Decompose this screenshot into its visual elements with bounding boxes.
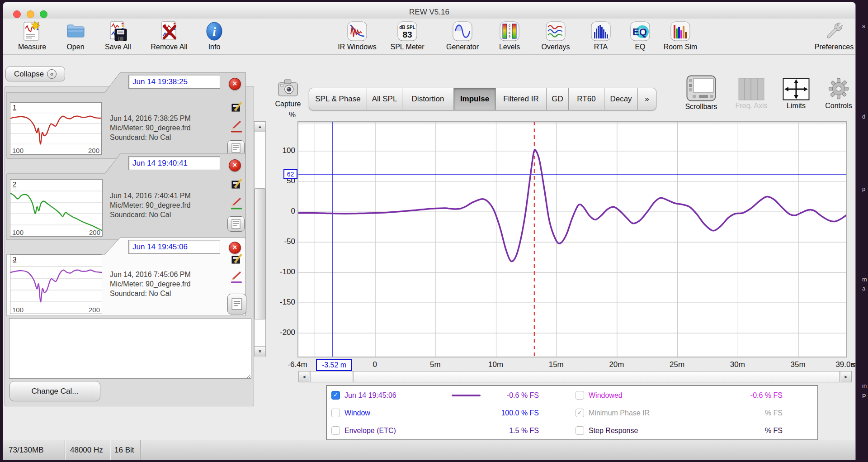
scroll-down-button[interactable]: ▼ <box>255 346 265 357</box>
memory-status: 73/130MB <box>9 440 44 460</box>
x-tick-label: 5m <box>415 360 456 369</box>
remove-all-button[interactable]: Remove All <box>147 20 191 53</box>
measurement-thumbnail[interactable]: 2 100 200 <box>10 179 103 237</box>
measurement-thumbnail[interactable]: 1 100 200 <box>10 102 102 155</box>
scrollbars-button[interactable]: Scrollbars <box>681 75 722 111</box>
svg-text:0: 0 <box>509 24 510 27</box>
windowed-checkbox[interactable]: ✓ <box>576 391 584 400</box>
status-bar: 73/130MB 48000 Hz 16 Bit <box>3 440 855 460</box>
measurement-name-input[interactable] <box>128 75 220 89</box>
measurement-notes-button[interactable] <box>227 294 246 314</box>
desktop-label-fragment: in <box>862 382 867 389</box>
notes-icon <box>231 298 242 310</box>
save-measurement-icon[interactable] <box>231 177 243 189</box>
preferences-button[interactable]: Preferences <box>812 20 856 53</box>
tab-all-spl[interactable]: All SPL <box>367 88 402 110</box>
tab-label: SPL & Phase <box>315 95 361 104</box>
delete-measurement-button[interactable]: × <box>229 159 241 171</box>
remove-all-label: Remove All <box>147 43 191 51</box>
trace-colour-pencil-icon[interactable] <box>230 197 243 210</box>
ir-windows-button[interactable]: IR Windows <box>335 20 379 53</box>
horizontal-scroll-thumb[interactable] <box>353 372 840 382</box>
step-response-checkbox[interactable]: ✓ <box>576 426 584 435</box>
horizontal-scrollbar[interactable]: ◄ ► <box>298 371 852 382</box>
tab-spl-phase[interactable]: SPL & Phase <box>309 88 367 110</box>
scroll-right-button[interactable]: ► <box>841 372 851 382</box>
scroll-left-button[interactable]: ◄ <box>299 372 309 382</box>
controls-button[interactable]: Controls <box>818 77 859 110</box>
open-button[interactable]: Open <box>54 20 97 53</box>
y-tick-label: 100 <box>268 146 295 155</box>
trace-label: Jun 14 19:45:06 <box>344 391 396 400</box>
vertical-scrollbar[interactable]: ▲ ▼ <box>254 121 266 357</box>
generator-button[interactable]: Generator <box>441 20 484 53</box>
measurement-row[interactable]: × 2 100 200 Jun 14, 2016 7:40:41 PM Mic/… <box>6 153 246 241</box>
notes-icon <box>231 143 241 153</box>
tab-distortion[interactable]: Distortion <box>402 88 454 110</box>
scroll-up-button[interactable]: ▲ <box>255 122 265 132</box>
tab-overflow-chevron[interactable]: » <box>638 88 656 110</box>
room-sim-button[interactable]: Room Sim <box>659 20 702 53</box>
measurement-name-input[interactable] <box>128 156 220 170</box>
overlays-button[interactable]: Overlays <box>534 20 577 53</box>
vertical-scroll-thumb[interactable] <box>255 188 265 319</box>
info-button[interactable]: i Info <box>193 20 236 53</box>
x-tick-label: 20m <box>596 360 637 369</box>
rta-button[interactable]: RTA <box>579 20 623 53</box>
measurement-info: Jun 14, 2016 7:45:06 PM Mic/Meter: 90_de… <box>110 270 223 298</box>
thumbnail-chart <box>10 255 102 314</box>
tab-impulse[interactable]: Impulse <box>454 88 496 110</box>
measurement-row[interactable]: × 1 100 200 Jun 14, 2016 7:38:25 PM Mic/… <box>6 71 246 159</box>
envelope-checkbox[interactable]: ✓ <box>331 426 340 435</box>
limits-button[interactable]: Limits <box>776 78 816 110</box>
y-tick-label: 0 <box>268 207 295 216</box>
windowed-label: Windowed <box>589 391 623 400</box>
thumb-axis-end: 200 <box>89 229 100 236</box>
svg-text:i: i <box>212 25 216 38</box>
tab-filtered-ir[interactable]: Filtered IR <box>496 88 547 110</box>
measurement-name-input[interactable] <box>128 240 220 254</box>
tab-label: Distortion <box>412 95 444 104</box>
x-tick-label: 35m <box>778 360 818 369</box>
trace-swatch <box>452 395 481 396</box>
save-measurement-icon[interactable] <box>231 252 243 264</box>
title-bar[interactable]: REW V5.16 <box>3 2 855 19</box>
measure-button[interactable]: Measure <box>10 20 54 53</box>
levels-button[interactable]: 0369 Levels <box>488 20 531 53</box>
delete-measurement-button[interactable]: × <box>229 242 241 254</box>
trace-colour-pencil-icon[interactable] <box>230 120 243 133</box>
window-checkbox[interactable]: ✓ <box>331 409 340 417</box>
measurement-date: Jun 14, 2016 7:40:41 PM <box>110 191 223 200</box>
tab-rt60[interactable]: RT60 <box>569 88 604 110</box>
measurement-number: 3 <box>13 255 16 263</box>
notes-textarea[interactable] <box>9 318 251 379</box>
tab-decay[interactable]: Decay <box>604 88 638 110</box>
eq-label: EQ <box>618 43 662 51</box>
change-cal-button[interactable]: Change Cal... <box>9 381 100 401</box>
freq-axis-label: Freq. Axis <box>731 102 772 110</box>
eq-button[interactable]: EQ EQ <box>618 20 662 53</box>
window-title: REW V5.16 <box>3 8 855 17</box>
desktop-edge-top <box>0 0 868 2</box>
impulse-plot[interactable] <box>297 121 847 357</box>
capture-button[interactable]: Capture <box>270 76 306 108</box>
save-all-button[interactable]: Save All <box>96 20 140 53</box>
horizontal-scroll-segment[interactable] <box>310 372 352 382</box>
tab-gd[interactable]: GD <box>547 88 569 110</box>
measurement-row-selected[interactable]: × 3 100 200 Jun 14, 2016 7:45:06 PM Mic/… <box>6 237 246 317</box>
overlays-label: Overlays <box>534 43 577 51</box>
cursor-level-readout: 62 <box>283 169 297 179</box>
measurement-thumbnail[interactable]: 3 100 200 <box>10 254 102 314</box>
delete-measurement-button[interactable]: × <box>229 78 241 90</box>
minimum-phase-label: Minimum Phase IR <box>589 409 650 417</box>
spl-meter-button[interactable]: dB SPL83 SPL Meter <box>386 20 429 53</box>
freq-axis-icon <box>738 78 764 100</box>
measurement-notes-button[interactable] <box>227 216 245 232</box>
tab-label: Filtered IR <box>503 95 538 104</box>
measurement-soundcard: Soundcard: No Cal <box>110 210 223 219</box>
save-measurement-icon[interactable] <box>231 100 243 112</box>
trace-colour-pencil-icon[interactable] <box>230 271 243 283</box>
minimum-phase-checkbox[interactable]: ✓ <box>576 409 584 417</box>
trace-checkbox[interactable]: ✓ <box>331 391 340 400</box>
y-axis-unit: % <box>284 110 296 119</box>
